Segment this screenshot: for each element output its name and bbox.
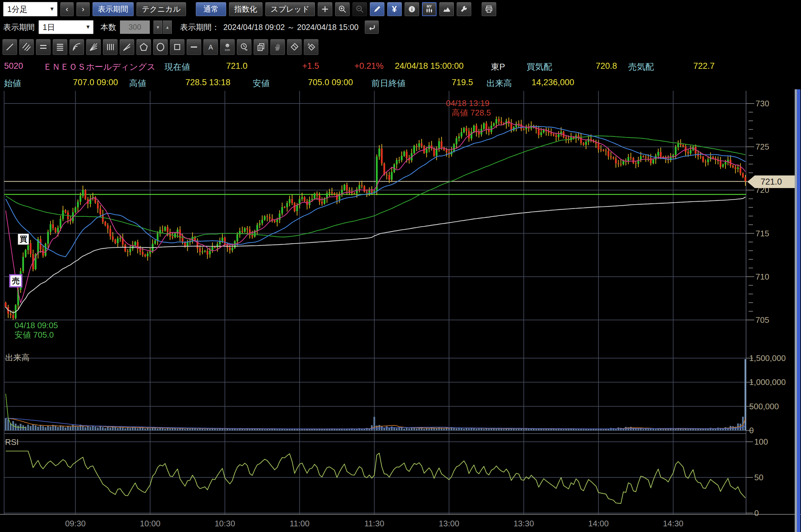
high-annotation-price: 高値 728.5 [446, 108, 491, 117]
svg-text:1,500,000: 1,500,000 [749, 354, 786, 363]
window-edge-accent [797, 89, 800, 532]
svg-text:14:30: 14:30 [663, 519, 684, 528]
svg-text:11:30: 11:30 [364, 519, 384, 528]
svg-text:10:30: 10:30 [215, 519, 235, 528]
svg-text:710: 710 [756, 272, 769, 282]
buy-trade-marker: 買 [17, 233, 30, 245]
rsi-pane-label: RSI [5, 437, 19, 447]
moving-averages [6, 122, 745, 313]
volume-bars [5, 359, 746, 431]
svg-text:13:30: 13:30 [514, 519, 534, 528]
svg-text:09:30: 09:30 [65, 519, 86, 528]
sell-trade-marker: 売 [9, 274, 22, 287]
volume-pane-label: 出来高 [5, 352, 30, 363]
svg-text:10:00: 10:00 [140, 519, 161, 528]
svg-text:500,000: 500,000 [749, 402, 779, 411]
svg-text:1,000,000: 1,000,000 [749, 377, 786, 387]
svg-text:0: 0 [754, 508, 759, 518]
svg-text:725: 725 [756, 142, 769, 151]
low-annotation-time: 04/18 09:05 [15, 321, 58, 330]
svg-text:715: 715 [756, 229, 769, 238]
gridlines [0, 91, 801, 514]
axis-labels: 7307257207157107051,500,0001,000,000500,… [65, 99, 785, 528]
low-annotation: 04/18 09:05 安値 705.0 [15, 321, 58, 340]
chart-canvas: 7307257207157107051,500,0001,000,000500,… [0, 0, 801, 532]
svg-text:50: 50 [754, 473, 763, 482]
svg-text:13:00: 13:00 [439, 519, 459, 528]
high-annotation-time: 04/18 13:19 [446, 98, 491, 108]
svg-text:100: 100 [754, 437, 768, 446]
svg-text:11:00: 11:00 [290, 519, 310, 528]
current-price-tag: 721.0 [747, 175, 797, 188]
svg-text:14:00: 14:00 [588, 519, 609, 528]
svg-text:705: 705 [756, 315, 769, 325]
svg-text:0: 0 [749, 426, 753, 435]
window-edge [795, 89, 797, 532]
high-annotation: 04/18 13:19 高値 728.5 [446, 98, 491, 117]
trading-chart-app: 1分足 ▼ ‹ › 表示期間 テクニカル 通常 指数化 スプレッド ¥ i MY [0, 0, 801, 532]
low-annotation-price: 安値 705.0 [15, 330, 58, 340]
svg-text:730: 730 [756, 99, 769, 108]
